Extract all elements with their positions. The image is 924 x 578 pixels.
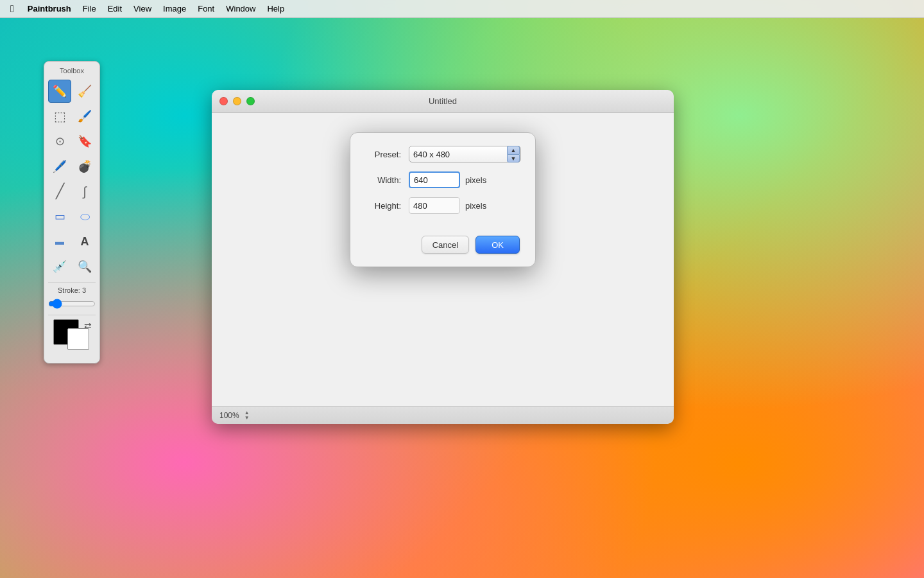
zoom-control: 100% ▲ ▼ [219,410,250,421]
app-name[interactable]: Paintbrush [22,0,77,17]
preset-label: Preset: [366,150,401,159]
background-color-swatch[interactable] [67,328,89,350]
width-input[interactable] [409,171,460,188]
toolbox-divider [48,282,96,283]
canvas-area[interactable]: Preset: 640 x 480 800 x 600 1024 x 768 1… [212,113,674,406]
tool-text[interactable] [73,230,96,253]
menu-font[interactable]: Font [192,0,220,17]
toolbox-divider-2 [48,315,96,315]
cancel-button[interactable]: Cancel [422,236,469,254]
tool-curve[interactable] [73,180,96,203]
menu-view[interactable]: View [128,0,157,17]
tool-eraser[interactable] [73,80,96,103]
menu-help[interactable]: Help [261,0,290,17]
traffic-lights [219,97,255,105]
preset-select[interactable]: 640 x 480 800 x 600 1024 x 768 1280 x 72… [409,146,521,162]
menu-file[interactable]: File [77,0,102,17]
tool-eyedropper[interactable] [48,255,71,278]
stroke-label: Stroke: 3 [48,286,96,294]
canvas-window: Untitled Preset: 640 x 480 800 x 600 102… [212,90,674,424]
window-footer: 100% ▲ ▼ [212,406,674,424]
tool-brush[interactable] [48,155,71,178]
menu-window[interactable]: Window [220,0,261,17]
apple-menu[interactable]:  [5,0,19,17]
color-swatch-area: ⇄ [48,319,96,358]
tool-fill[interactable] [73,105,96,128]
toolbox-panel: Toolbox Stroke: 3 ⇄ [44,61,100,363]
height-row: Height: pixels [366,197,520,214]
modal-overlay: Preset: 640 x 480 800 x 600 1024 x 768 1… [212,113,674,406]
height-unit: pixels [465,201,486,211]
menubar:  Paintbrush File Edit View Image Font W… [0,0,924,18]
height-label: Height: [366,201,401,211]
window-titlebar: Untitled [212,90,674,113]
width-unit: pixels [465,175,486,185]
preset-down-arrow[interactable]: ▼ [507,154,520,162]
menu-edit[interactable]: Edit [102,0,128,17]
tool-line[interactable] [48,180,71,203]
tool-lasso[interactable] [48,130,71,153]
tool-select[interactable] [48,105,71,128]
tool-pencil[interactable] [48,80,71,103]
tool-ellipse[interactable] [73,205,96,228]
close-button[interactable] [219,97,228,105]
ok-button[interactable]: OK [475,236,520,254]
zoom-down-arrow[interactable]: ▼ [244,416,250,421]
new-image-dialog: Preset: 640 x 480 800 x 600 1024 x 768 1… [350,132,536,267]
toolbox-grid [48,80,96,278]
preset-up-arrow[interactable]: ▲ [507,146,520,154]
tool-rectangle[interactable] [48,205,71,228]
minimize-button[interactable] [233,97,241,105]
tool-rounded-rect[interactable] [48,230,71,253]
modal-footer: Cancel OK [350,236,535,267]
width-row: Width: pixels [366,171,520,188]
zoom-stepper: ▲ ▼ [244,410,250,421]
tool-stamp[interactable] [73,130,96,153]
stroke-slider[interactable] [48,299,96,308]
tool-zoom[interactable] [73,255,96,278]
toolbox-title: Toolbox [48,67,96,74]
preset-container: 640 x 480 800 x 600 1024 x 768 1280 x 72… [409,146,520,162]
maximize-button[interactable] [246,97,255,105]
width-label: Width: [366,175,401,185]
window-title: Untitled [429,96,457,106]
height-input[interactable] [409,197,460,214]
zoom-value: 100% [219,411,239,420]
tool-bomb[interactable] [73,155,96,178]
modal-body: Preset: 640 x 480 800 x 600 1024 x 768 1… [350,133,535,236]
preset-row: Preset: 640 x 480 800 x 600 1024 x 768 1… [366,146,520,162]
preset-stepper: ▲ ▼ [507,146,520,162]
menu-image[interactable]: Image [157,0,192,17]
